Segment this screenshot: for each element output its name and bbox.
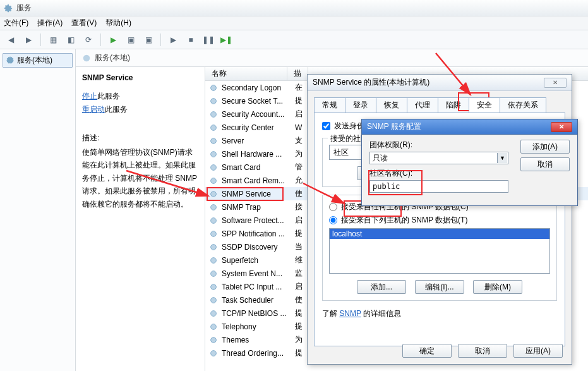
service-desc-initial: 启 (295, 109, 303, 119)
service-desc-initial: 提 (295, 95, 303, 106)
tree-root-label: 服务(本地) (17, 55, 52, 66)
service-name: Tablet PC Input ... (222, 283, 291, 291)
svg-point-11 (211, 204, 217, 210)
cancel-button[interactable]: 取消 (458, 344, 507, 358)
chevron-down-icon: ▼ (497, 153, 507, 163)
forward-button[interactable]: ▶ (21, 33, 35, 47)
config-titlebar: SNMP 服务配置 ✕ (362, 119, 577, 135)
svg-point-2 (211, 85, 217, 90)
service-desc-initial: 当 (295, 241, 303, 252)
apply-button[interactable]: 应用(A) (513, 344, 563, 358)
pause-button[interactable]: ❚❚ (201, 33, 215, 47)
menu-action[interactable]: 操作(A) (37, 18, 63, 28)
properties-dialog: SNMP Service 的属性(本地计算机) ✕ 常规 登录 恢复 代理 陷阱… (307, 74, 572, 365)
play-button[interactable]: ▶ (166, 33, 180, 47)
gear-icon (209, 283, 218, 291)
svg-point-19 (211, 310, 217, 316)
snmp-link[interactable]: SNMP (339, 309, 361, 318)
svg-point-7 (211, 151, 217, 157)
svg-point-5 (211, 125, 217, 130)
gear-icon (209, 322, 218, 331)
properties-titlebar: SNMP Service 的属性(本地计算机) ✕ (308, 75, 572, 91)
service-name: System Event N... (222, 269, 291, 278)
stop-link[interactable]: 停止 (82, 92, 97, 100)
service-desc-initial: 接 (295, 202, 303, 212)
gear-icon (209, 256, 218, 265)
service-name: Shell Hardware ... (222, 150, 291, 159)
svg-point-10 (211, 191, 217, 197)
host-item[interactable]: localhost (330, 229, 549, 239)
service-name: Secondary Logon (222, 83, 291, 92)
toolbar: ◀ ▶ ▦ ◧ ⟳ ▶ ▣ ▣ ▶ ■ ❚❚ ▶❚ (0, 30, 588, 49)
service-name: SPP Notification ... (222, 229, 291, 238)
gear-icon (209, 349, 218, 358)
community-name-field: 社区名称(C): (369, 168, 570, 193)
learn-more: 了解 SNMP 的详细信息 (322, 308, 557, 319)
toolbar-btn-5[interactable]: ▣ (141, 33, 155, 47)
tab-logon[interactable]: 登录 (345, 97, 376, 113)
tab-deps[interactable]: 依存关系 (500, 97, 546, 113)
hosts-listbox[interactable]: localhost (329, 228, 550, 274)
service-name: Themes (222, 336, 291, 344)
config-close-button[interactable]: ✕ (551, 122, 572, 132)
back-button[interactable]: ◀ (4, 33, 18, 47)
col-name[interactable]: 名称 (205, 67, 287, 80)
service-name: Secure Socket T... (222, 97, 291, 106)
restart-button[interactable]: ▶❚ (219, 33, 233, 47)
properties-footer: 确定 取消 应用(A) (402, 344, 563, 358)
host-remove-button[interactable]: 删除(M) (473, 280, 522, 294)
rights-select[interactable]: 只读▼ (369, 152, 508, 164)
service-name: Task Scheduler (222, 296, 291, 305)
gear-icon (209, 110, 218, 119)
gear-icon (209, 190, 218, 198)
radio-listed-hosts[interactable]: 接受来自下列主机的 SNMP 数据包(T) (329, 215, 550, 226)
gear-icon (209, 176, 218, 185)
service-desc-initial: 提 (295, 228, 303, 239)
config-cancel-button[interactable]: 取消 (520, 157, 570, 171)
service-name: Superfetch (222, 256, 291, 265)
tab-general[interactable]: 常规 (314, 97, 345, 113)
tab-recovery[interactable]: 恢复 (376, 97, 407, 113)
detail-title: SNMP Service (82, 73, 198, 82)
service-desc-initial: 提 (295, 308, 303, 319)
tab-security[interactable]: 安全 (469, 97, 500, 113)
close-button[interactable]: ✕ (544, 78, 567, 88)
tab-agent[interactable]: 代理 (407, 97, 438, 113)
service-name: TCP/IP NetBIOS ... (222, 309, 291, 318)
stop-button[interactable]: ■ (184, 33, 198, 47)
service-name: Thread Ordering... (222, 349, 291, 358)
host-add-button[interactable]: 添加... (357, 280, 406, 294)
menu-file[interactable]: 文件(F) (4, 18, 28, 28)
service-desc-initial: 管 (295, 162, 303, 173)
restart-link[interactable]: 重启动 (82, 105, 105, 114)
gear-icon (209, 243, 218, 252)
svg-point-15 (211, 257, 217, 263)
toolbar-btn-4[interactable]: ▣ (124, 33, 138, 47)
tree-root-item[interactable]: 服务(本地) (3, 53, 73, 68)
gear-icon (209, 309, 218, 318)
service-name: Security Account... (222, 110, 291, 119)
menu-view[interactable]: 查看(V) (71, 18, 97, 28)
send-auth-input[interactable] (322, 122, 330, 130)
refresh-button[interactable]: ⟳ (81, 33, 95, 47)
service-name: Smart Card Rem... (222, 176, 291, 185)
config-add-button[interactable]: 添加(A) (520, 140, 570, 154)
host-edit-button[interactable]: 编辑(I)... (415, 280, 464, 294)
service-name: Software Protect... (222, 216, 291, 225)
properties-tabs: 常规 登录 恢复 代理 陷阱 安全 依存关系 (314, 97, 565, 113)
svg-point-13 (211, 231, 217, 236)
service-desc-initial: 启 (295, 281, 303, 292)
svg-point-12 (211, 217, 217, 223)
toolbar-btn-2[interactable]: ◧ (64, 33, 78, 47)
ok-button[interactable]: 确定 (402, 344, 452, 358)
gear-icon (209, 269, 218, 278)
menu-help[interactable]: 帮助(H) (105, 18, 131, 28)
toolbar-btn-3[interactable]: ▶ (106, 33, 120, 47)
community-name-input[interactable] (369, 180, 508, 193)
tab-trap[interactable]: 陷阱 (438, 97, 469, 113)
col-desc[interactable]: 描 (287, 67, 308, 80)
svg-point-6 (211, 138, 217, 143)
toolbar-btn-1[interactable]: ▦ (46, 33, 60, 47)
service-desc-initial: 允 (295, 175, 303, 186)
service-name: SNMP Trap (222, 203, 291, 212)
